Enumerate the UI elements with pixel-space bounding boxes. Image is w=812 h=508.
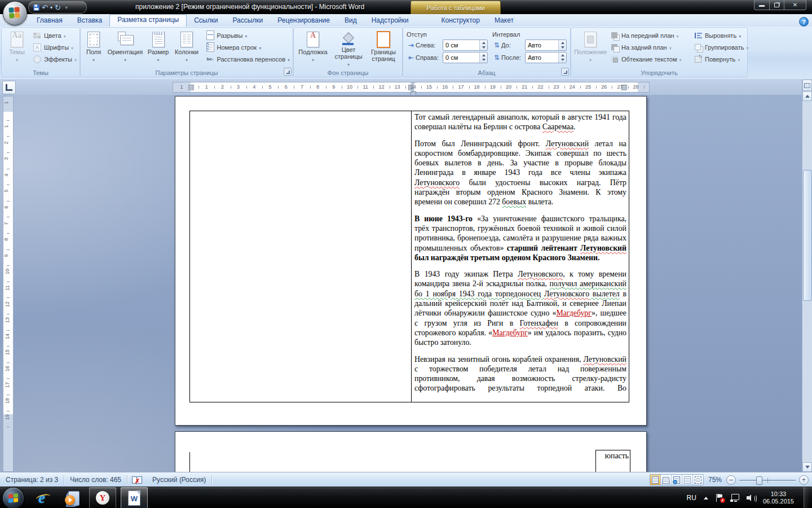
start-button[interactable] (3, 488, 24, 508)
yandex-browser-button[interactable]: Y (89, 487, 116, 508)
hidden-icons-arrow[interactable] (704, 497, 708, 500)
media-player-button[interactable] (60, 488, 85, 508)
scrollbar-thumb[interactable] (803, 170, 812, 301)
position-button[interactable]: Положение (572, 29, 608, 68)
stepper-arrows[interactable] (558, 52, 566, 63)
bring-to-front-button[interactable]: На передний план (608, 29, 692, 41)
zoom-slider-thumb[interactable] (756, 476, 762, 485)
tab-rassylki[interactable]: Рассылки (225, 15, 270, 27)
zoom-in-button[interactable]: + (799, 475, 809, 485)
close-button[interactable]: ✕ (784, 0, 806, 10)
document-link[interactable]: Магдебург (492, 329, 527, 337)
table-text-cell[interactable]: Тот самый легендарный авиаполк, который … (412, 111, 629, 402)
volume-icon[interactable] (747, 494, 756, 502)
send-to-back-icon (610, 43, 619, 52)
send-to-back-button[interactable]: На задний план (608, 41, 692, 53)
web-layout-button[interactable] (672, 475, 682, 485)
tab-konstruktor[interactable]: Конструктор (434, 15, 487, 27)
tab-nadstroyki[interactable]: Надстройки (364, 15, 416, 27)
size-button[interactable]: Размер (145, 29, 172, 68)
tab-vstavka[interactable]: Вставка (70, 15, 110, 27)
network-icon[interactable] (730, 494, 739, 502)
paragraph-dialog-launcher[interactable] (561, 68, 569, 76)
spacing-before-stepper[interactable]: Авто (525, 40, 567, 51)
watermark-button[interactable]: A Подложка (295, 29, 330, 68)
tab-recenzirovanie[interactable]: Рецензирование (270, 15, 337, 27)
indent-left-stepper[interactable]: 0 см (443, 40, 488, 51)
table-edge-marker[interactable] (188, 85, 194, 90)
page-borders-button[interactable]: Границы страниц (367, 29, 400, 68)
theme-colors-button[interactable]: Цвета (31, 29, 78, 41)
ruler-tick (7, 395, 10, 395)
rotate-button[interactable]: ↻ Повернуть (692, 53, 746, 65)
undo-dropdown-icon[interactable]: ▾ (50, 5, 52, 10)
action-center-flag-icon[interactable]: ✗ (716, 494, 723, 502)
undo-icon[interactable]: ↶ (42, 4, 48, 11)
spellcheck-book-icon[interactable]: ✗ (132, 476, 142, 484)
stepper-arrows[interactable] (479, 52, 487, 63)
customize-qat-icon[interactable]: ▿ (65, 5, 68, 10)
orientation-button[interactable]: Ориентация (105, 29, 145, 68)
stepper-arrows[interactable] (479, 40, 487, 50)
office-button[interactable] (3, 1, 27, 25)
themes-button[interactable]: Aa Темы (3, 29, 31, 68)
zoom-slider[interactable] (739, 476, 796, 484)
scroll-down-button[interactable] (802, 462, 812, 472)
document-paragraph[interactable]: Потом был Ленинградский фронт. Летуновск… (414, 139, 626, 207)
margins-icon (87, 32, 100, 47)
spacing-before-icon: ⇅ (492, 41, 501, 49)
table-cell-empty[interactable] (190, 111, 412, 402)
page-color-button[interactable]: Цвет страницы (331, 29, 366, 68)
tab-razmetka-stranicy[interactable]: Разметка страницы (109, 14, 187, 27)
tab-maket[interactable]: Макет (487, 15, 521, 27)
tray-date: 06.05.2015 (763, 498, 794, 505)
print-layout-button[interactable] (650, 475, 661, 485)
minimize-button[interactable]: ▬ (754, 0, 770, 10)
breaks-button[interactable]: Разрывы (204, 29, 292, 41)
internet-explorer-button[interactable]: e (29, 488, 54, 508)
document-paragraph[interactable]: В 1943 году экипаж Петра Летуновского, к… (414, 269, 626, 347)
restore-button[interactable] (770, 0, 784, 10)
vertical-scrollbar[interactable] (802, 80, 812, 472)
save-icon[interactable] (33, 5, 39, 11)
text-wrapping-button[interactable]: Обтекание текстом (608, 53, 692, 65)
theme-fonts-button[interactable]: A Шрифты (31, 41, 78, 53)
word-taskbar-button[interactable]: W (121, 487, 148, 508)
indent-right-stepper[interactable]: 0 см (443, 52, 488, 63)
page-setup-dialog-launcher[interactable] (284, 68, 292, 76)
document-link[interactable]: Магдебург (556, 309, 591, 317)
zoom-level[interactable]: 75% (708, 476, 722, 484)
group-objects-button[interactable]: Группировать (692, 41, 746, 53)
outline-button[interactable] (682, 475, 693, 485)
document-paragraph[interactable]: В июне 1943-го «За уничтожение фашистско… (414, 214, 626, 262)
ruler-toggle-button[interactable] (802, 80, 812, 91)
ruler-tick (485, 86, 486, 89)
tab-glavnaya[interactable]: Главная (29, 15, 70, 27)
redo-icon[interactable]: ↻ (55, 4, 61, 11)
document-paragraph[interactable]: Невзирая на зенитный огонь кораблей охра… (414, 354, 626, 393)
zoom-out-button[interactable]: – (726, 475, 736, 485)
clock[interactable]: 10:33 06.05.2015 (763, 491, 794, 505)
page-indicator[interactable]: Страница: 2 из 3 (0, 476, 64, 484)
tab-stop-selector[interactable] (2, 81, 16, 94)
tab-vid[interactable]: Вид (337, 15, 364, 27)
full-screen-reading-button[interactable] (661, 475, 672, 485)
line-numbers-button[interactable]: Номера строк (204, 41, 292, 53)
help-icon[interactable]: ? (799, 17, 809, 27)
language-input-indicator[interactable]: RU (687, 494, 696, 502)
stepper-arrows[interactable] (558, 40, 566, 50)
margins-button[interactable]: Поля (82, 29, 105, 68)
columns-button[interactable]: Колонки (171, 29, 201, 68)
hyphenation-button[interactable]: bс- Расстановка переносов (204, 53, 292, 65)
draft-button[interactable] (693, 475, 703, 485)
scroll-up-button[interactable] (802, 91, 812, 101)
show-desktop-button[interactable] (804, 487, 810, 508)
word-count[interactable]: Число слов: 465 (64, 476, 127, 484)
document-paragraph[interactable]: Тот самый легендарный авиаполк, который … (414, 112, 626, 132)
theme-effects-button[interactable]: Эффекты (31, 53, 78, 65)
table-cell-fragment[interactable]: юпасть (595, 450, 630, 472)
language-indicator[interactable]: Русский (Россия) (147, 476, 211, 484)
align-button[interactable]: Выровнять (692, 29, 746, 41)
tab-ssylki[interactable]: Ссылки (187, 15, 225, 27)
spacing-after-stepper[interactable]: Авто (525, 52, 567, 63)
